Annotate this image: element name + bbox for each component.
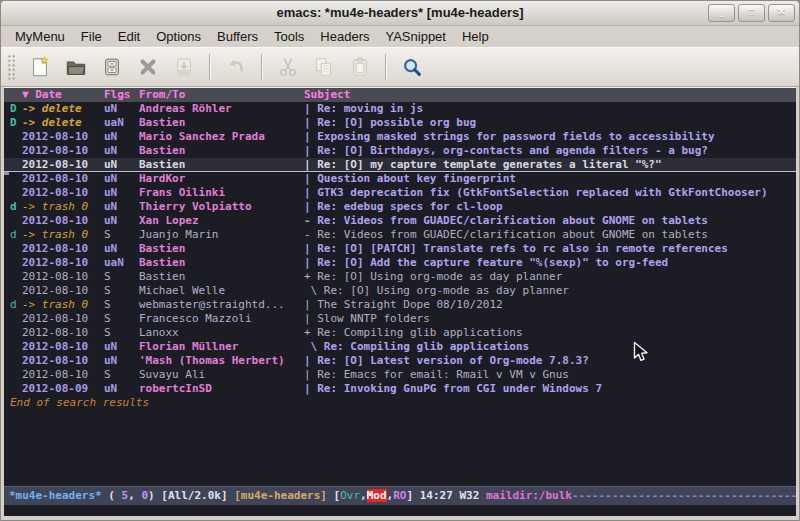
message-row[interactable]: 2012-08-10SMichael Welle \ Re: [O] Using… — [4, 284, 796, 298]
date-cell: 2012-08-10 — [22, 368, 104, 382]
subject-cell: | Re: [O] [PATCH] Translate refs to rc a… — [304, 242, 796, 256]
flags-cell: uN — [104, 172, 139, 186]
flags-column-header: Flgs — [104, 88, 139, 102]
message-row[interactable]: 2012-08-10uNFlorian Müllner \ Re: Compil… — [4, 340, 796, 354]
toolbar-grip[interactable] — [7, 54, 16, 80]
toolbar-separator — [261, 54, 262, 80]
modeline-segment-buffer-name: *mu4e-headers* — [9, 489, 102, 502]
search-button[interactable] — [395, 52, 428, 82]
message-list: D-> deleteuNAndreas Röhler| Re: moving i… — [4, 102, 796, 396]
flags-cell: uN — [104, 186, 139, 200]
flags-cell: uN — [104, 214, 139, 228]
paste-icon — [349, 56, 371, 78]
mark-cell: d — [10, 200, 22, 214]
save-as-button — [167, 52, 200, 82]
toolbar-separator — [209, 54, 210, 80]
from-cell: Suvayu Ali — [139, 368, 304, 382]
save-as-icon — [173, 56, 195, 78]
undo-icon — [225, 56, 247, 78]
message-row[interactable]: 2012-08-10uNBastien| Re: [O] Birthdays, … — [4, 144, 796, 158]
menu-file[interactable]: File — [73, 26, 110, 47]
mark-cell — [10, 354, 22, 368]
menu-yasnippet[interactable]: YASnippet — [377, 26, 453, 47]
from-cell: Xan Lopez — [139, 214, 304, 228]
mark-cell: d — [10, 298, 22, 312]
flags-cell: S — [104, 312, 139, 326]
message-row[interactable]: 2012-08-10uNMario Sanchez Prada| Exposin… — [4, 130, 796, 144]
mu4e-headers-buffer[interactable]: ▼ Date Flgs From/To Subject D-> deleteuN… — [4, 87, 796, 486]
modeline-segment-ovr: Ovr — [340, 489, 360, 502]
message-row[interactable]: d-> trash 0SJuanjo Marin- Re: Videos fro… — [4, 228, 796, 242]
mark-cell — [10, 144, 22, 158]
copy-icon — [313, 56, 335, 78]
mark-cell: D — [10, 116, 22, 130]
flags-cell: S — [104, 284, 139, 298]
close-button[interactable]: ✕ — [768, 4, 795, 22]
flags-cell: S — [104, 326, 139, 340]
date-cell: 2012-08-10 — [22, 284, 104, 298]
message-row[interactable]: D-> deleteuNAndreas Röhler| Re: moving i… — [4, 102, 796, 116]
subject-cell: + Re: [O] Using org-mode as day planner — [304, 270, 796, 284]
date-cell: 2012-08-10 — [22, 186, 104, 200]
message-row[interactable]: D-> deleteuaNBastien| Re: [O] possible o… — [4, 116, 796, 130]
message-row[interactable]: 2012-08-10SSuvayu Ali| Re: Emacs for ema… — [4, 368, 796, 382]
message-row[interactable]: 2012-08-10uNHardKor| Question about key … — [4, 172, 796, 186]
menu-bar: MyMenuFileEditOptionsBuffersToolsHeaders… — [1, 26, 799, 47]
flags-cell: uN — [104, 242, 139, 256]
menu-headers[interactable]: Headers — [312, 26, 377, 47]
open-folder-icon — [65, 56, 87, 78]
subject-cell: | Slow NNTP folders — [304, 312, 796, 326]
message-row[interactable]: 2012-08-10SFrancesco Mazzoli| Slow NNTP … — [4, 312, 796, 326]
mode-line[interactable]: *mu4e-headers* ( 5, 0) [All/2.0k] [mu4e-… — [4, 486, 796, 505]
menu-options[interactable]: Options — [148, 26, 209, 47]
message-row[interactable]: 2012-08-10SBastien+ Re: [O] Using org-mo… — [4, 270, 796, 284]
subject-cell: | Re: moving in js — [304, 102, 796, 116]
mark-cell — [10, 270, 22, 284]
message-row[interactable]: 2012-08-09uNrobertcInSD| Re: Invoking Gn… — [4, 382, 796, 396]
message-row[interactable]: 2012-08-10uNBastien| Re: [O] [PATCH] Tra… — [4, 242, 796, 256]
window-title: emacs: *mu4e-headers* [mu4e-headers] — [1, 1, 799, 25]
mark-cell — [10, 312, 22, 326]
menu-buffers[interactable]: Buffers — [209, 26, 266, 47]
message-row[interactable]: 2012-08-10uN'Mash (Thomas Herbert)| Re: … — [4, 354, 796, 368]
maximize-button[interactable]: □ — [738, 4, 765, 22]
message-row[interactable]: 2012-08-10uNFrans Oilinki| GTK3 deprecat… — [4, 186, 796, 200]
mark-cell — [10, 284, 22, 298]
message-row[interactable]: d-> trash 0Swebmaster@straightd...| The … — [4, 298, 796, 312]
search-icon — [401, 56, 423, 78]
minimize-button[interactable]: _ — [708, 4, 735, 22]
date-cell: -> trash 0 — [22, 200, 104, 214]
new-file-button[interactable] — [23, 52, 56, 82]
menu-help[interactable]: Help — [454, 26, 497, 47]
open-file-button[interactable] — [59, 52, 92, 82]
from-cell: Bastien — [139, 116, 304, 130]
flags-cell: S — [104, 228, 139, 242]
date-column-header: ▼ Date — [22, 88, 104, 102]
from-cell: Thierry Volpiatto — [139, 200, 304, 214]
from-cell: Bastien — [139, 256, 304, 270]
menu-mymenu[interactable]: MyMenu — [7, 26, 73, 47]
flags-cell: uN — [104, 354, 139, 368]
subject-cell: | Exposing masked strings for password f… — [304, 130, 796, 144]
from-cell: Bastien — [139, 270, 304, 284]
save-icon — [101, 56, 123, 78]
date-cell: -> delete — [22, 102, 104, 116]
from-cell: Lanoxx — [139, 326, 304, 340]
message-row[interactable]: 2012-08-10uNXan Lopez- Re: Videos from G… — [4, 214, 796, 228]
message-row-current[interactable]: 2012-08-10uNBastien| Re: [O] my capture … — [4, 158, 796, 172]
undo-button — [219, 52, 252, 82]
date-cell: 2012-08-09 — [22, 382, 104, 396]
message-row[interactable]: 2012-08-10SLanoxx+ Re: Compiling glib ap… — [4, 326, 796, 340]
subject-cell: | Re: Invoking GnuPG from CGI under Wind… — [304, 382, 796, 396]
date-cell: 2012-08-10 — [22, 256, 104, 270]
modeline-segment-default: ] — [406, 489, 419, 502]
titlebar[interactable]: emacs: *mu4e-headers* [mu4e-headers] _□✕ — [1, 1, 799, 26]
menu-edit[interactable]: Edit — [110, 26, 148, 47]
close-buffer-button[interactable] — [131, 52, 164, 82]
save-buffer-button[interactable] — [95, 52, 128, 82]
message-row[interactable]: d-> trash 0uNThierry Volpiatto| Re: edeb… — [4, 200, 796, 214]
message-row[interactable]: 2012-08-10uaNBastien| Re: [O] Add the ca… — [4, 256, 796, 270]
menu-tools[interactable]: Tools — [266, 26, 312, 47]
modeline-segment-default: 14:27 W32 — [420, 489, 486, 502]
mark-cell: D — [10, 102, 22, 116]
